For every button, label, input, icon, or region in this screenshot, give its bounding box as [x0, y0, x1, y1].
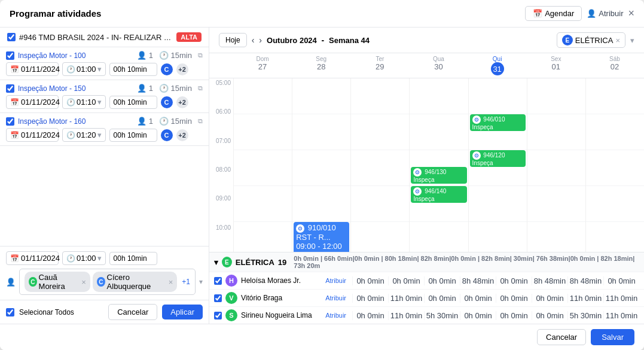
- filter-close-icon[interactable]: ×: [615, 36, 620, 45]
- tag-close-1[interactable]: ×: [81, 278, 86, 287]
- day-header-ter: Ter 29: [350, 53, 409, 78]
- task-checkbox[interactable]: [7, 33, 16, 41]
- emp2-checkbox[interactable]: [214, 294, 222, 302]
- activity3-duration[interactable]: 00h 10min: [109, 129, 157, 142]
- activity-row: Inspeção Motor - 150 👤 1 🕐 15min ⧉: [6, 84, 203, 93]
- atribuir-button[interactable]: 👤 Atribuir: [587, 9, 623, 18]
- activity2-inputs: 📅 01/11/2024 🕐 01:10 ▾ 00h 10min C +2: [6, 95, 203, 109]
- copy-icon[interactable]: ⧉: [198, 51, 203, 59]
- activity3-plus[interactable]: +2: [176, 129, 188, 141]
- day-col-sex: [527, 78, 585, 252]
- time-labels: 05:00 06:00 07:00 08:00 09:00 10:00: [209, 78, 233, 252]
- emp3-atribuir[interactable]: Atribuir: [325, 312, 346, 319]
- day-header-seg: Seg 28: [292, 53, 350, 78]
- time-grid: 05:00 06:00 07:00 08:00 09:00 10:00: [209, 78, 644, 252]
- hoje-button[interactable]: Hoje: [219, 33, 247, 47]
- activity3-inputs: 📅 01/11/2024 🕐 01:20 ▾ 00h 10min C +2: [6, 128, 203, 142]
- activity-row: Inspeção Motor - 160 👤 1 🕐 15min ⧉: [6, 117, 203, 126]
- close-button[interactable]: ×: [628, 7, 634, 20]
- activity3-meta: 👤 1 🕐 15min ⧉: [137, 117, 203, 126]
- activity2-checkbox[interactable]: [6, 84, 14, 93]
- event-icon: ⊙: [472, 115, 481, 124]
- event-946-140[interactable]: ⊙ 946/140 Inspeça: [411, 186, 466, 203]
- activity1-time[interactable]: 🕐 01:00 ▾: [62, 62, 106, 76]
- next-arrow[interactable]: ›: [259, 35, 262, 45]
- event-icon: ⊙ 910/010 RST - R...: [296, 223, 347, 242]
- employee-row: S Sirineu Nogueira Lima Atribuir 0h 0min…: [209, 306, 644, 324]
- activity2-duration[interactable]: 00h 10min: [109, 96, 157, 109]
- clock-icon: 🕐 15min: [159, 84, 192, 93]
- chevron-group-icon[interactable]: ▾: [214, 258, 218, 267]
- activity1-duration[interactable]: 00h 10min: [109, 63, 157, 76]
- chevron-down-icon[interactable]: ▾: [199, 278, 203, 286]
- modal-header: Programar atividades 📅 Agendar 👤 Atribui…: [0, 0, 644, 28]
- activity-item: Inspeção Motor - 100 👤 1 🕐 15min ⧉ 📅 01/…: [0, 47, 209, 80]
- filter-label: ELÉTRICA: [575, 36, 614, 45]
- activity3-time[interactable]: 🕐 01:20 ▾: [62, 128, 106, 142]
- activity1-date[interactable]: 📅 01/11/2024: [6, 62, 59, 76]
- activity1-avatar: C: [161, 63, 173, 75]
- task-title: #946 TMD BRASIL 2024 - IN- REALIZAR INSP…: [19, 33, 173, 42]
- modal-body: #946 TMD BRASIL 2024 - IN- REALIZAR INSP…: [0, 28, 644, 324]
- day-col-dom: [233, 78, 292, 252]
- activity2-time[interactable]: 🕐 01:10 ▾: [62, 95, 106, 109]
- emp2-atribuir[interactable]: Atribuir: [325, 294, 346, 302]
- emp2-hours: 0h 0min 11h 0min 0h 0min 0h 0min 0h 0min…: [352, 294, 639, 303]
- filter-tag[interactable]: E ELÉTRICA ×: [557, 32, 625, 48]
- apply-button[interactable]: Aplicar: [162, 305, 203, 319]
- day-col-ter: [350, 78, 409, 252]
- time-label-0700: 07:00: [209, 136, 233, 165]
- bottom-form-section: 📅 01/11/2024 🕐 01:00 ▾ 00h 10min 👤 C Cau…: [0, 246, 209, 300]
- day-header-sex: Sex 01: [527, 53, 585, 78]
- day-col-qui: ⊙ 946/010 Inspeça ⊙ 946/120 Inspeça: [468, 78, 527, 252]
- footer-save-button[interactable]: Salvar: [591, 329, 634, 345]
- person-icon: 👤: [587, 9, 596, 18]
- tag-close-2[interactable]: ×: [169, 278, 173, 287]
- emp3-checkbox[interactable]: [214, 312, 222, 319]
- filter-avatar: E: [562, 35, 573, 45]
- copy-icon2[interactable]: ⧉: [198, 84, 203, 92]
- assign-input[interactable]: C Cauã Moreira × C Cícero Albuquerque × …: [19, 269, 196, 295]
- emp1-atribuir[interactable]: Atribuir: [325, 277, 346, 284]
- day-header-qua: Qua 30: [409, 53, 468, 78]
- modal-footer: Cancelar Salvar: [0, 324, 644, 350]
- activity3-checkbox[interactable]: [6, 117, 14, 126]
- event-910[interactable]: ⊙ 910/010 RST - R... 09:00 - 12:00 E: [294, 222, 349, 252]
- cancel-button[interactable]: Cancelar: [108, 304, 157, 320]
- select-all-label: Selecionar Todos: [19, 308, 74, 316]
- task-badge: ALTA: [176, 32, 202, 42]
- emp3-hours: 0h 0min 11h 0min 5h 30min 0h 0min 0h 0mi…: [352, 311, 639, 320]
- activity2-plus[interactable]: +2: [176, 96, 188, 108]
- emp3-name: Sirineu Nogueira Lima: [241, 311, 325, 319]
- modal: Programar atividades 📅 Agendar 👤 Atribui…: [0, 0, 644, 350]
- bottom-date[interactable]: 📅 01/11/2024: [6, 251, 59, 265]
- agendar-button[interactable]: 📅 Agendar: [525, 6, 582, 21]
- activity2-avatar: C: [161, 96, 173, 108]
- event-946-130[interactable]: ⊙ 946/130 Inspeça: [411, 167, 466, 184]
- activity-item: Inspeção Motor - 160 👤 1 🕐 15min ⧉ 📅 01/…: [0, 113, 209, 146]
- event-time: 09:00 - 12:00: [296, 242, 347, 251]
- prev-arrow[interactable]: ‹: [252, 35, 255, 45]
- person-tag-2: C Cícero Albuquerque ×: [93, 272, 177, 292]
- footer-cancel-button[interactable]: Cancelar: [537, 329, 586, 345]
- modal-title: Programar atividades: [10, 8, 520, 19]
- emp1-checkbox[interactable]: [214, 277, 222, 285]
- copy-icon3[interactable]: ⧉: [198, 117, 203, 125]
- activity1-checkbox[interactable]: [6, 51, 14, 60]
- calendar-title: Outubro 2024 - Semana 44: [267, 35, 552, 45]
- bottom-duration[interactable]: 00h 10min: [109, 252, 157, 265]
- event-946-120[interactable]: ⊙ 946/120 Inspeça: [470, 150, 526, 167]
- day-col-sab: [585, 78, 644, 252]
- activity1-plus[interactable]: +2: [176, 63, 188, 75]
- clock-icon: 🕐 15min: [159, 117, 192, 126]
- emp1-avatar: H: [225, 275, 237, 287]
- filter-chevron-icon[interactable]: ▾: [630, 36, 634, 45]
- task-header: #946 TMD BRASIL 2024 - IN- REALIZAR INSP…: [0, 28, 209, 47]
- activity3-date[interactable]: 📅 01/11/2024: [6, 128, 59, 142]
- bottom-time[interactable]: 🕐 01:00 ▾: [62, 251, 106, 265]
- event-946-010[interactable]: ⊙ 946/010 Inspeça: [470, 114, 526, 131]
- activity1-meta: 👤 1 🕐 15min ⧉: [137, 51, 203, 60]
- select-all-checkbox[interactable]: [6, 308, 14, 316]
- activity2-date[interactable]: 📅 01/11/2024: [6, 95, 59, 109]
- day-col-seg: ⊙ 910/010 RST - R... 09:00 - 12:00 E: [292, 78, 350, 252]
